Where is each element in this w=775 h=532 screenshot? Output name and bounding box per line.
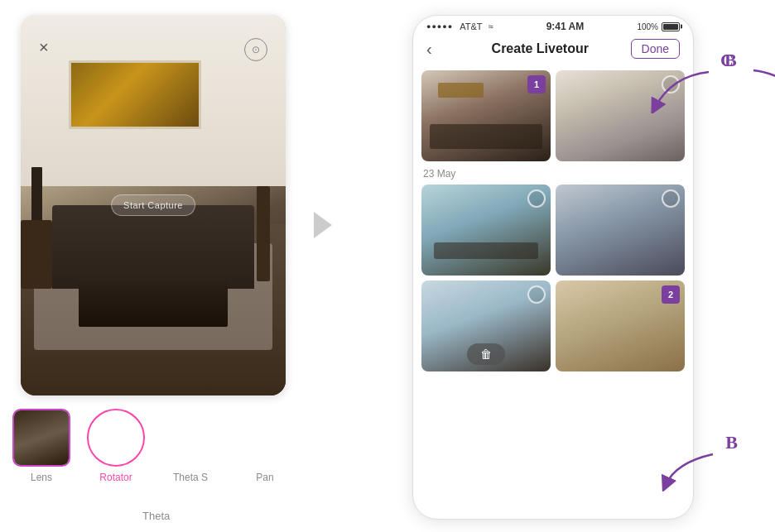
select-circle-4 xyxy=(662,189,680,208)
room-table xyxy=(79,281,227,327)
status-right: 100% xyxy=(637,22,680,31)
annotation-c: C xyxy=(720,50,734,71)
select-circle-2 xyxy=(662,75,680,93)
wifi-icon: ≈ xyxy=(488,22,493,31)
rotator-circle[interactable] xyxy=(87,409,145,467)
nav-title: Create Livetour xyxy=(492,41,589,56)
arrow-right-icon xyxy=(314,212,332,238)
trash-icon: 🗑 xyxy=(480,347,492,361)
section-date: 23 May xyxy=(421,168,685,180)
done-button[interactable]: Done xyxy=(631,39,680,59)
rotator-control[interactable]: Rotator xyxy=(87,409,145,483)
gallery-item-2[interactable] xyxy=(556,70,685,161)
gallery-content[interactable]: 1 23 May xyxy=(413,65,693,519)
lens-control[interactable]: Lens xyxy=(12,409,70,483)
gallery-grid-may: 🗑 2 xyxy=(421,185,685,371)
room-artwork xyxy=(69,60,201,129)
start-capture-button[interactable]: Start Capture xyxy=(111,194,195,216)
gallery-item-4[interactable] xyxy=(556,185,685,276)
annotation-b-bottom: B xyxy=(725,432,738,453)
battery-icon xyxy=(662,22,680,31)
lens-label: Lens xyxy=(31,472,52,483)
selection-badge-1: 1 xyxy=(527,75,546,93)
theta-s-label: Theta S xyxy=(173,472,208,483)
pan-icon xyxy=(236,409,294,467)
carrier-name: AT&T xyxy=(460,22,482,31)
battery-fill xyxy=(663,24,678,30)
status-bar: ●●●●● AT&T ≈ 9:41 AM 100% xyxy=(413,16,693,36)
gallery-section-may: 23 May 🗑 xyxy=(421,168,685,371)
gallery-item-1[interactable]: 1 xyxy=(421,70,551,161)
pan-control[interactable]: Pan xyxy=(236,409,294,483)
panel-arrow xyxy=(306,212,339,238)
lens-thumbnail[interactable] xyxy=(12,409,70,467)
pan-label: Pan xyxy=(256,472,273,483)
room-sofa xyxy=(52,205,253,289)
delete-button[interactable]: 🗑 xyxy=(467,343,505,365)
room-chair-left xyxy=(21,220,52,289)
selection-badge-6: 2 xyxy=(662,285,680,304)
gyro-button[interactable]: ⊙ xyxy=(244,38,267,61)
signal-dots: ●●●●● xyxy=(426,22,453,31)
room-lamp-right xyxy=(257,186,270,281)
status-left: ●●●●● AT&T ≈ xyxy=(426,22,493,31)
theta-s-control[interactable]: Theta S xyxy=(161,409,219,483)
camera-controls: Lens Rotator Theta S Pan xyxy=(8,409,298,483)
phone-mockup: ●●●●● AT&T ≈ 9:41 AM 100% ‹ Create Livet… xyxy=(412,15,694,520)
right-panel: B C B xyxy=(339,0,775,532)
gallery-section-top: 1 xyxy=(421,70,685,161)
theta-s-icon xyxy=(161,409,219,467)
gallery-item-5[interactable]: 🗑 xyxy=(421,280,551,371)
camera-frame: Start Capture × ⊙ xyxy=(21,15,286,395)
rotator-label: Rotator xyxy=(99,472,132,483)
gallery-item-6[interactable]: 2 xyxy=(556,280,685,371)
select-circle-5 xyxy=(527,285,546,304)
status-time: 9:41 AM xyxy=(546,21,585,32)
close-button[interactable]: × xyxy=(39,38,49,57)
theta-bottom-label: Theta xyxy=(142,510,170,522)
nav-bar: ‹ Create Livetour Done xyxy=(413,36,693,65)
battery-pct: 100% xyxy=(637,22,658,31)
back-button[interactable]: ‹ xyxy=(426,40,450,59)
left-panel: Start Capture × ⊙ A Lens Rotator xyxy=(0,0,306,532)
gallery-item-3[interactable] xyxy=(421,185,551,276)
select-circle-3 xyxy=(527,189,546,208)
